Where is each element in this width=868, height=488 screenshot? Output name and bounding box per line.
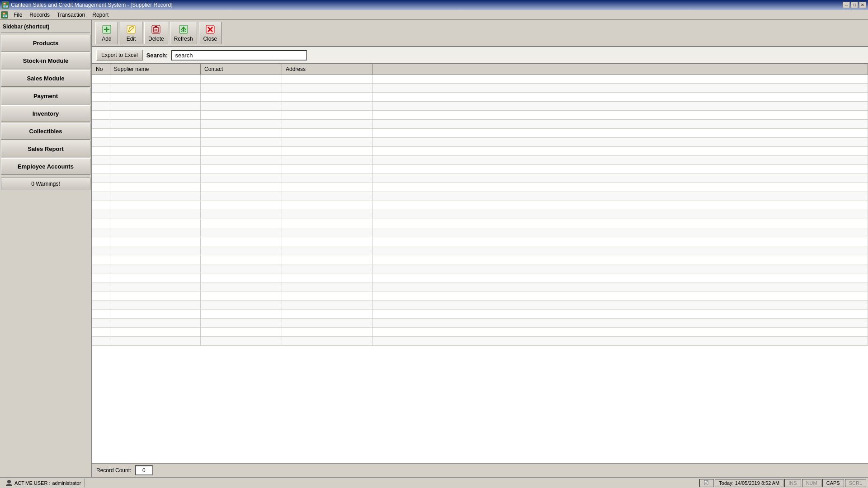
column-header-no: No xyxy=(92,64,110,75)
minimize-button[interactable]: ─ xyxy=(843,2,850,8)
table-row xyxy=(92,174,868,183)
refresh-icon xyxy=(178,24,189,35)
table-row xyxy=(92,291,868,300)
menu-file[interactable]: File xyxy=(10,11,26,19)
app-menu-icon: 🏪 xyxy=(1,11,8,19)
title-bar-left: 🏪 Canteen Sales and Credit Management Sy… xyxy=(2,1,173,9)
delete-icon xyxy=(151,24,161,35)
table-row xyxy=(92,147,868,156)
table-row xyxy=(92,300,868,310)
table-row xyxy=(92,237,868,246)
table-row xyxy=(92,337,868,346)
active-user-label: ACTIVE USER : xyxy=(14,480,50,486)
edit-icon xyxy=(126,24,137,35)
sidebar-item-inventory[interactable]: Inventory xyxy=(1,105,90,122)
table-row xyxy=(92,282,868,291)
app-icon: 🏪 xyxy=(2,1,9,9)
menu-transaction[interactable]: Transaction xyxy=(53,11,89,19)
search-input[interactable] xyxy=(171,50,307,61)
table-row xyxy=(92,84,868,93)
sidebar: Sidebar (shortcut) Products Stock-in Mod… xyxy=(0,20,92,477)
table-row xyxy=(92,75,868,84)
table-row xyxy=(92,210,868,219)
table-header-row: No Supplier name Contact Address xyxy=(92,64,868,75)
status-ins: INS xyxy=(784,479,801,487)
table-row xyxy=(92,264,868,273)
column-header-extra xyxy=(373,64,868,75)
add-icon xyxy=(101,24,112,35)
status-today-label: Today: 14/05/2019 8:52 AM xyxy=(715,479,783,487)
column-header-contact: Contact xyxy=(201,64,282,75)
close-window-button[interactable]: ✕ xyxy=(859,2,866,8)
close-button[interactable]: Close xyxy=(199,22,222,44)
table-row xyxy=(92,219,868,228)
table-body xyxy=(92,75,868,346)
sidebar-title: Sidebar (shortcut) xyxy=(1,21,90,33)
warnings-button[interactable]: 0 Warnings! xyxy=(1,178,90,190)
sidebar-item-payment[interactable]: Payment xyxy=(1,88,90,104)
search-label: Search: xyxy=(146,52,168,59)
table-row xyxy=(92,129,868,138)
table-row xyxy=(92,102,868,111)
column-header-address: Address xyxy=(282,64,373,75)
status-right: Today: 14/05/2019 8:52 AM INS NUM CAPS S… xyxy=(699,479,866,487)
svg-rect-18 xyxy=(705,483,707,483)
toolbar: Add Edit xyxy=(92,20,868,47)
add-button[interactable]: Add xyxy=(95,22,118,44)
table-row xyxy=(92,255,868,264)
table-row xyxy=(92,138,868,147)
record-count-label: Record Count: xyxy=(96,467,131,474)
status-scrl: SCRL xyxy=(845,479,866,487)
title-bar-controls: ─ □ ✕ xyxy=(843,2,866,8)
title-bar: 🏪 Canteen Sales and Credit Management Sy… xyxy=(0,0,868,10)
refresh-button[interactable]: Refresh xyxy=(170,22,197,44)
svg-point-16 xyxy=(7,480,11,483)
user-icon xyxy=(5,479,13,487)
record-count-value: 0 xyxy=(135,465,153,475)
main-container: Sidebar (shortcut) Products Stock-in Mod… xyxy=(0,20,868,477)
table-row xyxy=(92,192,868,201)
close-icon xyxy=(205,24,216,35)
table-row xyxy=(92,165,868,174)
delete-button[interactable]: Delete xyxy=(144,22,168,44)
menu-records[interactable]: Records xyxy=(26,11,53,19)
table-row xyxy=(92,319,868,328)
table-row xyxy=(92,156,868,165)
sidebar-item-sales-module[interactable]: Sales Module xyxy=(1,70,90,87)
menu-report[interactable]: Report xyxy=(89,11,112,19)
table-row xyxy=(92,183,868,192)
column-header-supplier-name: Supplier name xyxy=(110,64,201,75)
status-bar: ACTIVE USER : administrator Today: 14/05… xyxy=(0,477,868,488)
sidebar-item-sales-report[interactable]: Sales Report xyxy=(1,141,90,157)
export-to-excel-button[interactable]: Export to Excel xyxy=(96,50,143,61)
content-area: Add Edit xyxy=(92,20,868,477)
table-row xyxy=(92,228,868,237)
username-value: administrator xyxy=(52,480,81,486)
table-row xyxy=(92,273,868,282)
table-row xyxy=(92,246,868,255)
search-bar: Export to Excel Search: xyxy=(92,47,868,64)
table-row xyxy=(92,328,868,337)
sidebar-item-collectibles[interactable]: Collectibles xyxy=(1,123,90,140)
table-row xyxy=(92,120,868,129)
maximize-button[interactable]: □ xyxy=(851,2,858,8)
status-user-section: ACTIVE USER : administrator xyxy=(2,479,85,488)
table-row xyxy=(92,93,868,102)
status-num: NUM xyxy=(802,479,821,487)
status-file-icon xyxy=(699,479,714,487)
svg-rect-3 xyxy=(127,25,135,33)
status-caps: CAPS xyxy=(822,479,844,487)
window-title: Canteen Sales and Credit Management Syst… xyxy=(11,2,173,8)
supplier-table: No Supplier name Contact Address xyxy=(92,64,868,463)
sidebar-item-employee-accounts[interactable]: Employee Accounts xyxy=(1,158,90,175)
table-row xyxy=(92,310,868,319)
menu-bar: 🏪 File Records Transaction Report xyxy=(0,10,868,20)
sidebar-item-products[interactable]: Products xyxy=(1,35,90,52)
table-row xyxy=(92,201,868,210)
edit-button[interactable]: Edit xyxy=(120,22,142,44)
sidebar-item-stock-in[interactable]: Stock-in Module xyxy=(1,52,90,69)
table-row xyxy=(92,111,868,120)
record-count-bar: Record Count: 0 xyxy=(92,463,868,477)
supplier-data-table: No Supplier name Contact Address xyxy=(92,64,868,346)
svg-rect-19 xyxy=(705,483,707,484)
